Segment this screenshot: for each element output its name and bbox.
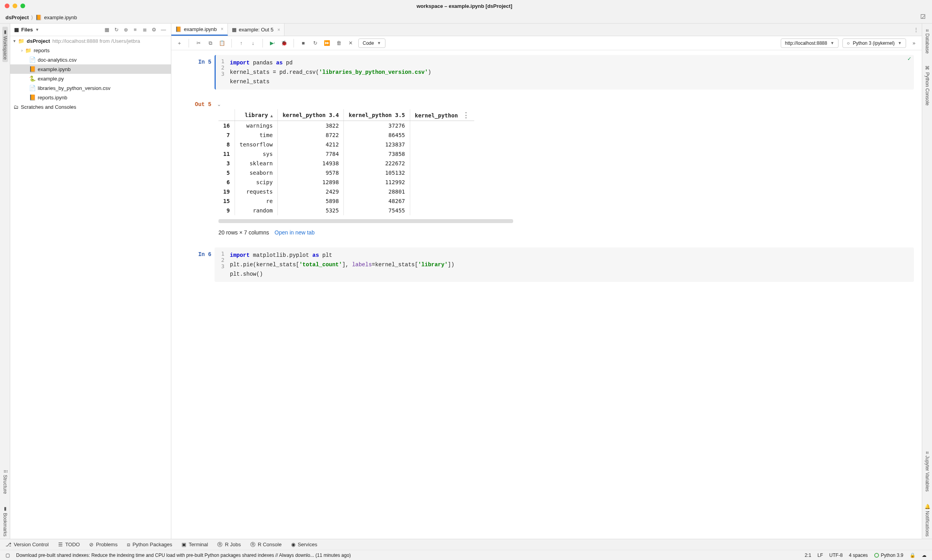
close-icon[interactable]: ×	[277, 27, 280, 33]
line-ending[interactable]: LF	[818, 553, 823, 558]
tool-window-database[interactable]: ≡Database	[925, 27, 930, 56]
target-icon[interactable]: ⊕	[122, 26, 129, 33]
kernel-select[interactable]: ○ Python 3 (ipykernel)▼	[842, 38, 906, 48]
table-row[interactable]: 11sys778473858	[218, 149, 474, 159]
tree-file-0[interactable]: 📄doc-analytics.csv	[10, 55, 171, 64]
tool-window-structure[interactable]: ⠿Structure	[2, 467, 8, 496]
collapse-all-icon[interactable]: ≣	[141, 26, 148, 33]
project-tree: ▾ 📁 dsProject http://localhost:8888 from…	[10, 36, 171, 539]
code-body[interactable]: import matplotlib.pyplot as plt plt.pie(…	[230, 251, 909, 279]
lock-icon[interactable]: 🔒	[910, 553, 915, 558]
tree-scratches[interactable]: 🗂 Scratches and Consoles	[10, 102, 171, 112]
output-dataframe[interactable]: library▲ kernel_python 3.4 kernel_python…	[218, 109, 474, 215]
sort-asc-icon[interactable]: ▲	[270, 113, 273, 118]
table-row[interactable]: 19requests242928801	[218, 187, 474, 196]
copy-icon[interactable]: ⧉	[206, 39, 214, 47]
tool-services[interactable]: ◉Services	[291, 542, 317, 547]
encoding[interactable]: UTF-8	[829, 553, 843, 558]
tool-window-python-console[interactable]: ⌘Python Console	[925, 63, 930, 108]
window-close[interactable]	[5, 4, 9, 8]
bookmark-icon: ▮	[2, 506, 8, 511]
tab-output-table[interactable]: ▦ example: Out 5 ×	[228, 24, 284, 36]
window-zoom[interactable]	[20, 4, 25, 8]
notebook-content: In 5 123 import pandas as pd kernel_stat…	[171, 50, 922, 539]
project-toolbar: ▦ Files ▼ ▦ ↻ ⊕ ≡ ≣ ⚙ —	[10, 24, 171, 36]
breadcrumb-file[interactable]: 📙 example.ipynb	[35, 15, 77, 20]
chevron-down-icon: ▼	[377, 41, 381, 45]
tree-file-2[interactable]: 🐍example.py	[10, 74, 171, 83]
tool-window-jupyter-vars[interactable]: ≡Jupyter Variables	[925, 449, 930, 494]
debug-cell-icon[interactable]: 🐞	[280, 39, 288, 47]
cut-icon[interactable]: ✂	[194, 39, 202, 47]
files-switcher[interactable]: ▦ Files ▼	[14, 27, 39, 33]
list-icon: ☰	[58, 542, 63, 547]
left-tool-stripe: ▮Workspace ⠿Structure ▮Bookmarks	[0, 24, 10, 539]
code-body[interactable]: import pandas as pd kernel_stats = pd.re…	[230, 58, 909, 86]
tree-file-1[interactable]: 📙example.ipynb	[10, 64, 171, 74]
tree-root[interactable]: ▾ 📁 dsProject http://localhost:8888 from…	[10, 36, 171, 46]
tool-todo[interactable]: ☰TODO	[58, 542, 80, 547]
remote-hosts-icon[interactable]	[920, 14, 926, 21]
cell-prompt-in-6: In 6	[179, 247, 215, 282]
tab-example-ipynb[interactable]: 📙 example.ipynb ×	[171, 24, 228, 36]
tabs-menu-icon[interactable]: ⋮	[912, 26, 919, 33]
caret-position[interactable]: 2:1	[805, 553, 811, 558]
table-row[interactable]: 6scipy12898112992	[218, 178, 474, 187]
refresh-icon[interactable]: ↻	[113, 26, 120, 33]
clear-outputs-icon[interactable]: ✕	[347, 39, 354, 47]
more-icon[interactable]: »	[910, 39, 918, 47]
hide-panel-icon[interactable]: —	[160, 26, 167, 33]
tool-terminal[interactable]: ▣Terminal	[182, 542, 208, 547]
delete-icon[interactable]: 🗑	[335, 39, 343, 47]
event-log-icon[interactable]: ▢	[6, 553, 10, 558]
interrupt-icon[interactable]: ■	[299, 39, 307, 47]
run-cell-icon[interactable]: ▶I	[268, 39, 276, 47]
add-cell-icon[interactable]: ＋	[175, 39, 183, 47]
new-remote-icon[interactable]: ▦	[103, 26, 110, 33]
tool-python-packages[interactable]: ⧈Python Packages	[127, 542, 172, 548]
table-row[interactable]: 15re589848267	[218, 196, 474, 206]
tool-problems[interactable]: ⊘Problems	[89, 542, 117, 547]
window-minimize[interactable]	[13, 4, 17, 8]
restart-icon[interactable]: ↻	[311, 39, 319, 47]
tool-r-jobs[interactable]: ⓇR Jobs	[217, 541, 240, 548]
horizontal-scrollbar[interactable]	[218, 219, 513, 223]
tool-window-bookmarks[interactable]: ▮Bookmarks	[2, 503, 8, 539]
expand-all-icon[interactable]: ≡	[132, 26, 139, 33]
close-icon[interactable]: ×	[221, 26, 224, 32]
cell-in-6[interactable]: In 6 123 import matplotlib.pyplot as plt…	[179, 247, 914, 282]
database-icon: ≡	[925, 29, 930, 32]
tool-window-notifications[interactable]: 🔔Notifications	[925, 501, 930, 539]
cell-type-select[interactable]: Code▼	[358, 38, 385, 48]
gear-icon[interactable]: ⚙	[150, 26, 158, 33]
table-row[interactable]: 8tensorflow4212123837	[218, 140, 474, 149]
indent[interactable]: 4 spaces	[849, 553, 868, 558]
table-row[interactable]: 7time872286455	[218, 130, 474, 140]
table-row[interactable]: 5seaborn9578105132	[218, 168, 474, 178]
tool-version-control[interactable]: ⎇Version Control	[6, 542, 49, 547]
move-down-icon[interactable]: ↓	[249, 39, 257, 47]
python-icon: ⌘	[925, 65, 930, 71]
editor-tabs: 📙 example.ipynb × ▦ example: Out 5 × ⋮	[171, 24, 922, 36]
server-url-select[interactable]: http://localhost:8888▼	[781, 38, 838, 48]
breadcrumb-project[interactable]: dsProject	[6, 15, 29, 20]
run-all-icon[interactable]: ⏩	[323, 39, 331, 47]
collapse-output-icon[interactable]: ⌄	[217, 97, 221, 107]
table-row[interactable]: 16warnings382237276	[218, 121, 474, 131]
table-row[interactable]: 9random532575455	[218, 206, 474, 215]
paste-icon[interactable]: 📋	[218, 39, 226, 47]
tree-folder-reports[interactable]: › 📁 reports	[10, 46, 171, 55]
tool-window-workspace[interactable]: ▮Workspace	[2, 27, 8, 62]
interpreter[interactable]: Python 3.9	[874, 553, 903, 558]
move-up-icon[interactable]: ↑	[237, 39, 245, 47]
table-menu-icon[interactable]: ⋮	[458, 111, 470, 119]
table-row[interactable]: 3sklearn14938222672	[218, 159, 474, 168]
cell-in-5[interactable]: In 5 123 import pandas as pd kernel_stat…	[179, 55, 914, 90]
tree-file-4[interactable]: 📙reports.ipynb	[10, 93, 171, 102]
tree-file-3[interactable]: 📄libraries_by_python_version.csv	[10, 83, 171, 93]
package-icon: ⧈	[127, 542, 130, 548]
open-in-new-tab-link[interactable]: Open in new tab	[275, 229, 315, 236]
ide-status-icon[interactable]: ☁︎	[922, 553, 926, 558]
status-message[interactable]: Download pre-built shared indexes: Reduc…	[16, 553, 351, 558]
tool-r-console[interactable]: ⓇR Console	[250, 541, 282, 548]
